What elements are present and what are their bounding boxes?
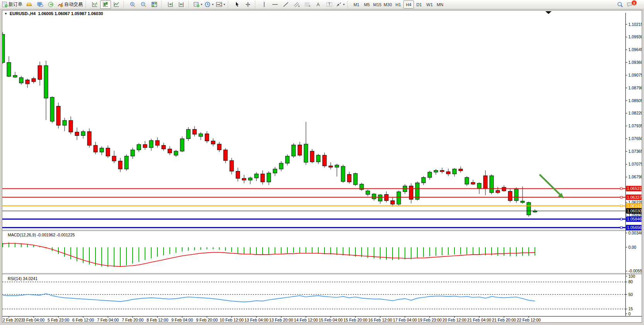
rsi-axis-label: 0	[629, 311, 631, 316]
zoom-in-button[interactable]	[127, 0, 138, 9]
vertical-line-button[interactable]	[259, 0, 270, 9]
candlestick-chart-button[interactable]	[100, 0, 111, 9]
chart-canvas[interactable]: 1.102151.099301.096451.093601.090751.087…	[2, 10, 642, 322]
macd-signal-line	[3, 243, 535, 267]
candle-bull	[316, 155, 320, 162]
candle-bull	[2, 34, 5, 63]
indicators-button[interactable]: ▾	[215, 0, 226, 9]
candle-bull	[44, 66, 48, 98]
trendline-button[interactable]	[280, 0, 291, 9]
notifications-button[interactable]: 1	[625, 0, 641, 9]
zoom-out-button[interactable]	[138, 0, 149, 9]
cursor-icon	[234, 2, 240, 7]
line-handle[interactable]	[620, 218, 622, 220]
candle-bear	[329, 166, 333, 167]
cursor-button[interactable]	[232, 0, 243, 9]
time-tick-label: 15 Feb 20:00	[343, 318, 367, 322]
search-button[interactable]	[615, 0, 625, 9]
auto-scroll-button[interactable]	[165, 0, 176, 9]
trend-arrow-line[interactable]	[540, 174, 560, 195]
label-button[interactable]: T	[324, 0, 335, 9]
timeframe-m30[interactable]: M30	[383, 0, 393, 9]
gold-bar-button[interactable]	[24, 0, 34, 9]
new-order-button[interactable]: 新订单	[1, 0, 24, 9]
price-level-badge-text: 1.05656	[627, 225, 642, 230]
auto-trading-label: 自动交易	[64, 1, 83, 8]
price-level-badge-text: 1.06337	[627, 195, 642, 200]
chart-shift-button[interactable]	[176, 0, 187, 9]
trendline-icon	[283, 2, 289, 7]
rsi-line	[3, 294, 535, 302]
auto-scroll-icon	[167, 2, 174, 7]
line-handle[interactable]	[620, 196, 622, 198]
candle-bull	[248, 178, 252, 180]
time-tick-label: 21 Feb 04:00	[467, 318, 491, 322]
auto-trading-button[interactable]: 自动交易	[56, 0, 84, 9]
text-button[interactable]: A	[313, 0, 324, 9]
timeframe-w1[interactable]: W1	[424, 0, 435, 9]
price-tick-label: 1.08505	[629, 98, 642, 103]
candle-bull	[100, 148, 104, 152]
price-level-badge-text: 1.06030	[627, 209, 642, 213]
fibonacci-button[interactable]: F	[302, 0, 313, 9]
candle-bear	[323, 155, 326, 166]
candle-bull	[335, 165, 339, 167]
candle-bull	[521, 201, 524, 202]
horizontal-line-button[interactable]	[270, 0, 280, 9]
bar-chart-button[interactable]	[89, 0, 100, 9]
candle-bear	[502, 187, 506, 191]
timeframe-mn[interactable]: MN	[435, 0, 445, 9]
candle-bear	[87, 132, 91, 145]
candle-bull	[372, 194, 376, 199]
arrows-button[interactable]: ▾	[335, 0, 346, 9]
timeframe-m15[interactable]: M15	[372, 0, 383, 9]
svg-text:F: F	[309, 5, 311, 7]
candle-bear	[242, 178, 246, 180]
candle-bull	[267, 173, 271, 182]
timeframe-d1[interactable]: D1	[414, 0, 424, 9]
new-order-label: 新订单	[9, 1, 22, 8]
candle-bear	[347, 174, 351, 182]
candle-bull	[7, 63, 11, 77]
search-icon	[617, 2, 624, 8]
candle-bull	[180, 139, 184, 151]
timeframe-m1[interactable]: M1	[351, 0, 362, 9]
candle-bear	[496, 190, 500, 193]
candle-bull	[63, 120, 67, 125]
price-tick-label: 1.09645	[629, 47, 642, 52]
candle-bull	[341, 166, 345, 181]
price-tick-label: 1.08790	[629, 86, 642, 90]
timeframe-h1[interactable]: H1	[393, 0, 403, 9]
candle-bull	[285, 156, 289, 163]
tile-windows-button[interactable]	[149, 0, 160, 9]
channel-button[interactable]: E	[291, 0, 302, 9]
price-tick-label: 1.07650	[629, 136, 642, 141]
candle-bull	[137, 144, 141, 150]
candle-bull	[428, 172, 432, 178]
line-handle[interactable]	[620, 188, 622, 190]
macd-pane: 0.003460.00-0.005553	[3, 231, 642, 274]
candle-bear	[508, 191, 512, 200]
new-chart-button[interactable]: ▾	[192, 0, 203, 9]
price-tick-label: 1.06790	[629, 174, 642, 179]
time-tick-label: 9 Feb 20:00	[196, 318, 218, 322]
time-tick-label: 10 Feb 12:00	[220, 318, 244, 322]
price-tick-label: 1.08220	[629, 111, 642, 115]
timeframe-h4[interactable]: H4	[403, 0, 414, 9]
crosshair-button[interactable]	[243, 0, 253, 9]
arrows-icon	[336, 2, 342, 7]
candle-bear	[211, 141, 215, 144]
candle-bear	[118, 161, 122, 169]
svg-text:A: A	[317, 2, 320, 7]
virtual-hosting-button[interactable]	[34, 0, 45, 9]
line-handle[interactable]	[620, 227, 622, 229]
signals-button[interactable]	[45, 0, 56, 9]
one-click-trading-expander[interactable]: ▼	[4, 12, 7, 15]
line-handle[interactable]	[620, 205, 622, 207]
chart-shift-marker[interactable]	[545, 11, 552, 14]
line-chart-button[interactable]	[111, 0, 122, 9]
periods-button[interactable]: ▾	[203, 0, 215, 9]
timeframe-m5[interactable]: M5	[362, 0, 372, 9]
chevron-down-icon: ▾	[343, 3, 345, 6]
chart-shift-icon	[178, 2, 184, 7]
